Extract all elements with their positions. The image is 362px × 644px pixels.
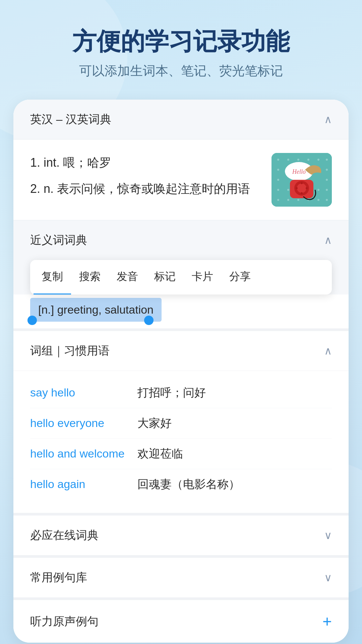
- svg-point-5: [317, 159, 319, 161]
- sentences-chevron-icon: ∨: [324, 571, 332, 584]
- phrase-en-1: say hello: [30, 386, 131, 399]
- biyingdict-title: 必应在线词典: [30, 528, 99, 543]
- selection-handle-right: [144, 316, 154, 325]
- svg-point-15: [317, 189, 319, 191]
- dict-section-header[interactable]: 英汉 – 汉英词典 ∧: [13, 100, 349, 140]
- definitions-list: 1. int. 喂；哈罗 2. n. 表示问候，惊奇或唤起注意时的用语: [30, 153, 261, 205]
- svg-point-2: [287, 159, 289, 161]
- synonyms-section-title: 近义词词典: [30, 232, 87, 248]
- phrase-en-3: hello and welcome: [30, 447, 131, 460]
- synonyms-chevron-icon: ∧: [324, 234, 332, 247]
- phrases-section: 词组｜习惯用语 ∧ say hello 打招呼；问好 hello everyon…: [13, 328, 349, 513]
- audio-title: 听力原声例句: [30, 614, 99, 629]
- context-menu-pronounce[interactable]: 发音: [109, 260, 146, 294]
- phrases-section-header[interactable]: 词组｜习惯用语 ∧: [13, 331, 349, 371]
- phrase-zh-2: 大家好: [137, 416, 172, 431]
- hello-illustration: Hello: [272, 153, 332, 207]
- svg-point-4: [307, 159, 309, 161]
- selected-text-row: [n.] greeting, salutation: [13, 294, 349, 328]
- phrases-chevron-icon: ∧: [324, 344, 332, 357]
- synonyms-section-header[interactable]: 近义词词典 ∧: [13, 220, 349, 260]
- main-card: 英汉 – 汉英词典 ∧ 1. int. 喂；哈罗 2. n. 表示问候，惊奇或唤…: [13, 100, 349, 643]
- dict-chevron-icon: ∧: [324, 113, 332, 126]
- sentences-section[interactable]: 常用例句库 ∨: [13, 555, 349, 597]
- context-menu-mark[interactable]: 标记: [146, 260, 184, 294]
- svg-point-28: [297, 183, 306, 193]
- phrase-zh-3: 欢迎莅临: [137, 446, 183, 462]
- svg-point-13: [277, 189, 279, 191]
- svg-point-16: [326, 189, 328, 191]
- page-subtitle: 可以添加生词本、笔记、荧光笔标记: [13, 62, 349, 79]
- svg-point-22: [326, 199, 328, 201]
- context-menu-share[interactable]: 分享: [221, 260, 259, 294]
- selected-text-highlight: [n.] greeting, salutation: [30, 298, 162, 322]
- phrase-en-2: hello everyone: [30, 417, 131, 430]
- audio-plus-icon: +: [322, 612, 332, 631]
- svg-point-7: [277, 169, 279, 171]
- synonyms-section: 近义词词典 ∧ 复制 搜索 发音 标记 卡片 分享 [n.] greeting,…: [13, 220, 349, 328]
- context-menu: 复制 搜索 发音 标记 卡片 分享: [30, 260, 332, 294]
- dictionary-section: 英汉 – 汉英词典 ∧ 1. int. 喂；哈罗 2. n. 表示问候，惊奇或唤…: [13, 100, 349, 220]
- svg-text:Hello: Hello: [292, 168, 306, 175]
- phrase-zh-1: 打招呼；问好: [137, 385, 206, 400]
- definition-2: 2. n. 表示问候，惊奇或唤起注意时的用语: [30, 179, 261, 199]
- dict-section-title: 英汉 – 汉英词典: [30, 112, 111, 127]
- context-menu-copy[interactable]: 复制: [34, 260, 71, 294]
- phrase-zh-4: 回魂妻（电影名称）: [137, 477, 240, 492]
- phrase-en-4: hello again: [30, 478, 131, 491]
- audio-section[interactable]: 听力原声例句 +: [13, 597, 349, 643]
- context-menu-search[interactable]: 搜索: [71, 260, 109, 294]
- svg-point-1: [277, 159, 279, 161]
- context-menu-card[interactable]: 卡片: [184, 260, 221, 294]
- svg-point-19: [297, 199, 299, 201]
- svg-point-32: [306, 187, 308, 189]
- svg-point-18: [287, 199, 289, 201]
- phrases-list: say hello 打招呼；问好 hello everyone 大家好 hell…: [13, 371, 349, 513]
- phrase-item[interactable]: hello everyone 大家好: [30, 408, 332, 439]
- definition-1: 1. int. 喂；哈罗: [30, 153, 261, 172]
- phrase-item[interactable]: hello and welcome 欢迎莅临: [30, 439, 332, 469]
- sentences-title: 常用例句库: [30, 570, 87, 585]
- svg-point-3: [297, 159, 299, 161]
- svg-point-30: [301, 192, 303, 194]
- svg-point-31: [296, 187, 298, 189]
- svg-point-21: [317, 199, 319, 201]
- header-section: 方便的学习记录功能 可以添加生词本、笔记、荧光笔标记: [13, 27, 349, 79]
- svg-point-10: [326, 169, 328, 171]
- svg-point-29: [301, 182, 303, 184]
- definition-card: 1. int. 喂；哈罗 2. n. 表示问候，惊奇或唤起注意时的用语: [13, 140, 349, 220]
- svg-point-14: [287, 189, 289, 191]
- phrases-section-title: 词组｜习惯用语: [30, 343, 110, 359]
- biyingdict-section[interactable]: 必应在线词典 ∨: [13, 513, 349, 555]
- phrase-item[interactable]: say hello 打招呼；问好: [30, 378, 332, 408]
- phrase-item[interactable]: hello again 回魂妻（电影名称）: [30, 469, 332, 499]
- page-title: 方便的学习记录功能: [13, 27, 349, 56]
- svg-point-6: [326, 159, 328, 161]
- svg-point-17: [277, 199, 279, 201]
- selection-handle-left: [27, 316, 37, 325]
- svg-point-11: [277, 179, 279, 181]
- svg-point-12: [326, 179, 328, 181]
- biyingdict-chevron-icon: ∨: [324, 529, 332, 542]
